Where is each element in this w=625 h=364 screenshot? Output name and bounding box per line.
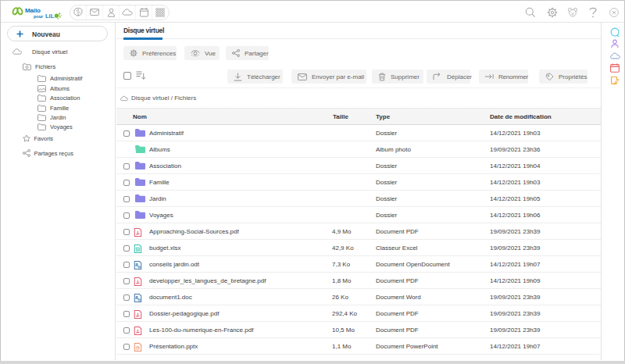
svg-text:a: a bbox=[135, 262, 138, 267]
svg-text:a: a bbox=[135, 294, 138, 300]
